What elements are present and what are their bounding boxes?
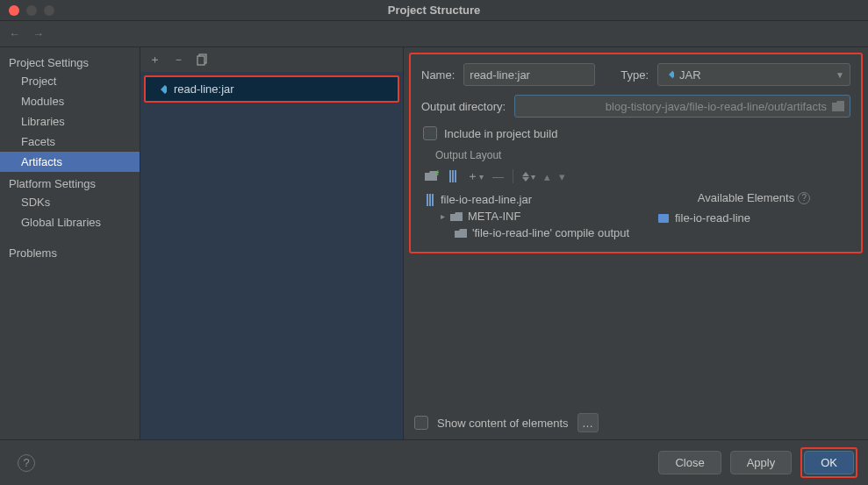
sidebar-group-platform-settings: Platform Settings [0,172,140,192]
output-layout-tree: file-io-read-line.jar ▸ META-INF 'file-i… [421,189,657,246]
output-layout-label: Output Layout [435,149,850,161]
tree-root-jar[interactable]: file-io-read-line.jar [425,191,657,208]
sidebar-item-sdks[interactable]: SDKs [0,192,140,212]
window-controls [0,5,54,16]
minimize-window-icon[interactable] [26,5,37,16]
sidebar-item-modules[interactable]: Modules [0,91,140,111]
show-content-row: Show content of elements … [404,406,868,439]
add-copy-icon[interactable]: ＋▾ [467,168,484,184]
sidebar-item-project[interactable]: Project [0,71,140,91]
move-down-icon[interactable]: ▾ [559,170,565,183]
show-content-checkbox[interactable] [414,416,428,430]
copy-icon[interactable] [197,53,209,66]
tree-root-label: file-io-read-line.jar [441,193,532,206]
include-in-build-label: Include in project build [444,127,557,140]
output-directory-input[interactable]: blog-tistory-java/file-io-read-line/out/… [514,95,850,118]
output-directory-value: blog-tistory-java/file-io-read-line/out/… [606,100,827,113]
help-icon[interactable]: ? [18,454,35,472]
svg-rect-6 [452,170,454,182]
nav-toolbar: ← → [0,21,868,47]
name-label: Name: [421,68,455,82]
expand-icon[interactable]: ▸ [441,211,445,221]
sidebar: Project Settings Project Modules Librari… [0,47,140,439]
sidebar-item-problems[interactable]: Problems [0,243,140,263]
name-input[interactable] [463,63,595,86]
move-up-icon[interactable]: ▴ [544,170,550,183]
back-icon[interactable]: ← [9,27,20,40]
sidebar-item-global-libraries[interactable]: Global Libraries [0,212,140,232]
new-folder-icon[interactable]: + [425,170,439,182]
ok-highlight: OK [800,447,857,478]
maximize-window-icon[interactable] [44,5,54,16]
svg-rect-1 [197,56,204,65]
tree-compile-label: 'file-io-read-line' compile output [472,226,629,239]
available-elements-panel: Available Elements ? file-io-read-line [657,189,850,246]
svg-rect-7 [455,170,456,182]
svg-rect-11 [658,214,669,223]
show-content-label: Show content of elements [437,417,569,430]
help-inline-icon[interactable]: ? [798,192,810,204]
remove-icon[interactable]: － [173,52,184,68]
close-window-icon[interactable] [9,5,19,16]
tree-compile-output[interactable]: 'file-io-read-line' compile output [425,225,657,241]
highlighted-form: Name: Type: JAR ▼ Output directory: blog… [409,53,863,253]
chevron-down-icon: ▼ [836,70,844,80]
include-in-build-checkbox[interactable] [423,126,437,140]
folder-icon [832,101,844,111]
forward-icon[interactable]: → [32,27,44,40]
artifact-list-panel: ＋ － read-line:jar [140,47,404,439]
available-module-label: file-io-read-line [675,211,750,225]
window-title: Project Structure [388,4,480,17]
svg-rect-9 [429,194,431,206]
tree-meta-inf[interactable]: ▸ META-INF [425,208,657,225]
svg-rect-8 [427,194,428,206]
artifact-item-label: read-line:jar [174,82,234,96]
sidebar-item-facets[interactable]: Facets [0,132,140,152]
artifact-list-toolbar: ＋ － [140,47,403,72]
remove-element-icon[interactable]: — [492,170,504,183]
type-label: Type: [621,68,649,82]
ok-button[interactable]: OK [804,451,854,474]
apply-button[interactable]: Apply [730,451,793,474]
available-elements-label: Available Elements [698,191,794,204]
titlebar: Project Structure [0,0,868,21]
available-module-item[interactable]: file-io-read-line [657,210,850,226]
artifact-list: read-line:jar [140,72,403,439]
sort-icon[interactable]: ▾ [522,172,535,182]
add-icon[interactable]: ＋ [149,52,161,68]
svg-rect-3 [669,71,674,78]
type-value: JAR [679,68,701,82]
svg-rect-5 [449,170,451,182]
artifact-detail-panel: Name: Type: JAR ▼ Output directory: blog… [404,47,868,439]
sidebar-item-artifacts[interactable]: Artifacts [0,152,140,172]
sidebar-item-libraries[interactable]: Libraries [0,111,140,132]
svg-rect-2 [161,85,167,94]
show-content-more-button[interactable]: … [577,413,599,432]
output-directory-label: Output directory: [421,100,506,113]
new-archive-icon[interactable] [448,170,458,182]
type-select[interactable]: JAR ▼ [657,63,850,86]
close-button[interactable]: Close [658,451,721,474]
svg-text:+: + [434,170,439,179]
artifact-item-read-line-jar[interactable]: read-line:jar [144,75,399,103]
sidebar-group-project-settings: Project Settings [0,51,140,71]
svg-rect-10 [432,194,434,206]
output-layout-toolbar: + ＋▾ — ▾ ▴ ▾ [421,167,850,189]
tree-meta-label: META-INF [468,210,520,223]
dialog-footer: ? Close Apply OK [0,439,868,485]
